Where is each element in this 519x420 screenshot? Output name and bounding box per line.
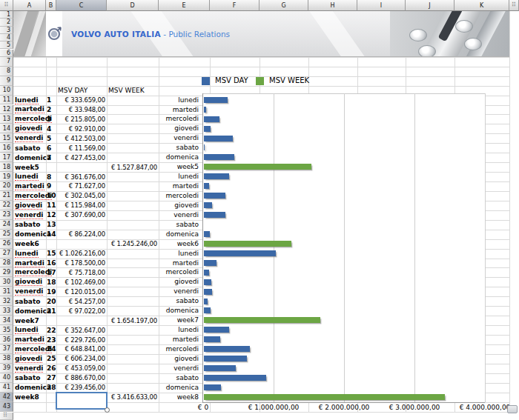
cell-C27[interactable]: € 1.026.216,00	[59, 249, 105, 259]
cell-B16[interactable]: 6	[47, 143, 51, 153]
cell-C32[interactable]: € 54.257,00	[69, 296, 105, 306]
row-header-28[interactable]: 28	[0, 259, 13, 268]
chart-bar-msv-day[interactable]	[204, 260, 216, 266]
chart-bar-msv-day[interactable]	[204, 212, 225, 218]
cell-C16[interactable]: € 11.569,00	[69, 143, 105, 153]
chart-bar-msv-day[interactable]	[204, 250, 276, 256]
row-header-10[interactable]: 10	[0, 86, 13, 96]
row-header-36[interactable]: 36	[0, 335, 13, 344]
volvo-banner-image[interactable]: VOLVO AUTO ITALIA - Public Relations	[13, 11, 509, 57]
row-header-32[interactable]: 32	[0, 296, 13, 306]
cell-C14[interactable]: € 92.910,00	[69, 124, 105, 133]
cell-C37[interactable]: € 648.841,00	[65, 344, 105, 354]
cell-D26[interactable]: € 1.245.246,00	[111, 239, 157, 249]
row-header-39[interactable]: 39	[0, 364, 13, 373]
cell-B12[interactable]: 2	[47, 105, 51, 115]
row-header-31[interactable]: 31	[0, 287, 13, 296]
row-header-40[interactable]: 40	[0, 373, 13, 383]
cell-B37[interactable]: 24	[47, 344, 56, 354]
chart-bar-msv-day[interactable]	[204, 279, 211, 285]
row-header-13[interactable]: 13	[0, 114, 13, 124]
row-header-41[interactable]: 41	[0, 383, 13, 393]
chart-bar-msv-day[interactable]	[204, 375, 266, 381]
cell-C23[interactable]: € 307.690,00	[65, 210, 105, 220]
cell-C11[interactable]: € 333.659,00	[65, 96, 105, 105]
cell-A27[interactable]: lunedi	[15, 249, 39, 259]
cell-C31[interactable]: € 120.015,00	[65, 287, 105, 296]
cell-B20[interactable]: 9	[47, 181, 51, 191]
cell-C41[interactable]: € 239.456,00	[65, 383, 105, 393]
cell-B14[interactable]: 4	[47, 124, 51, 133]
row-header-5[interactable]: 5	[0, 41, 13, 49]
cell-A15[interactable]: venerdi	[15, 133, 43, 143]
cell-A12[interactable]: martedi	[15, 105, 44, 115]
chart-bar-msv-day[interactable]	[204, 116, 219, 122]
chart-bar-msv-day[interactable]	[204, 327, 229, 333]
chart-bar-msv-day[interactable]	[204, 126, 211, 132]
cell-B33[interactable]: 21	[47, 306, 56, 316]
cell-B38[interactable]: 25	[47, 354, 56, 364]
chart-bar-msv-day[interactable]	[204, 346, 250, 352]
row-header-34[interactable]: 34	[0, 316, 13, 325]
cell-C22[interactable]: € 115.984,00	[65, 201, 105, 210]
cell-A24[interactable]: sabato	[15, 220, 40, 230]
cell-B41[interactable]: 28	[47, 383, 56, 393]
cell-B22[interactable]: 11	[47, 201, 56, 210]
column-header-J[interactable]: J	[406, 0, 454, 11]
cell-B27[interactable]: 15	[47, 249, 56, 259]
size-box[interactable]	[507, 405, 518, 413]
cell-C12[interactable]: € 33.948,00	[69, 105, 105, 115]
cell-B36[interactable]: 23	[47, 335, 56, 344]
column-header-K[interactable]: K	[454, 0, 509, 11]
chart-bar-msv-day[interactable]	[204, 336, 220, 342]
chart-bar-msv-week[interactable]	[204, 241, 291, 247]
select-all-corner[interactable]: ⠿	[0, 0, 13, 11]
cell-B24[interactable]: 13	[47, 220, 56, 230]
cell-A23[interactable]: venerdi	[15, 210, 43, 220]
cell-B25[interactable]: 14	[47, 230, 56, 239]
header-grip[interactable]: ⠿	[509, 0, 519, 11]
chart-bar-msv-day[interactable]	[204, 193, 225, 199]
cell-C13[interactable]: € 215.805,00	[65, 114, 105, 124]
chart-bar-msv-day[interactable]	[204, 154, 234, 160]
row-header-17[interactable]: 17	[0, 153, 13, 162]
row-header-16[interactable]: 16	[0, 143, 13, 153]
column-header-B[interactable]: B	[46, 0, 56, 11]
chart-bar-msv-day[interactable]	[204, 289, 212, 295]
cell-C17[interactable]: € 427.453,00	[65, 153, 105, 162]
column-header-F[interactable]: F	[210, 0, 260, 11]
cell-D18[interactable]: € 1.527.847,00	[111, 162, 157, 172]
cell-A14[interactable]: giovedi	[15, 124, 42, 133]
cell-A40[interactable]: sabato	[15, 373, 40, 383]
cell-C10[interactable]: MSV DAY	[58, 86, 87, 96]
row-header-35[interactable]: 35	[0, 325, 13, 335]
cell-A26[interactable]: week6	[15, 239, 39, 249]
chart-bar-msv-day[interactable]	[204, 365, 236, 371]
chart-bar-msv-day[interactable]	[204, 136, 233, 141]
row-header-2[interactable]: 2	[0, 19, 13, 26]
cell-B21[interactable]: 10	[47, 191, 56, 201]
column-header-E[interactable]: E	[159, 0, 210, 11]
cell-A16[interactable]: sabato	[15, 143, 40, 153]
cell-B28[interactable]: 16	[47, 259, 56, 268]
cell-B35[interactable]: 22	[47, 325, 56, 335]
cell-D34[interactable]: € 1.654.197,00	[111, 316, 157, 325]
row-header-24[interactable]: 24	[0, 220, 13, 230]
cell-D42[interactable]: € 3.416.633,00	[111, 393, 157, 402]
cell-A25[interactable]: domenica	[15, 230, 51, 239]
row-header-22[interactable]: 22	[0, 201, 13, 210]
row-header-33[interactable]: 33	[0, 306, 13, 316]
cell-B23[interactable]: 12	[47, 210, 56, 220]
cell-A11[interactable]: lunedi	[15, 96, 39, 105]
chart-bar-msv-week[interactable]	[204, 394, 445, 400]
legend-swatch-msv-week[interactable]	[256, 77, 264, 85]
chart-bar-msv-day[interactable]	[204, 107, 206, 113]
cell-C20[interactable]: € 71.627,00	[69, 181, 105, 191]
cell-A20[interactable]: martedi	[15, 181, 44, 191]
cell-C25[interactable]: € 86.224,00	[69, 230, 105, 239]
row-header-30[interactable]: 30	[0, 277, 13, 287]
legend-swatch-msv-day[interactable]	[202, 77, 210, 85]
row-header-18[interactable]: 18	[0, 162, 13, 172]
column-header-I[interactable]: I	[357, 0, 406, 11]
cell-C30[interactable]: € 102.469,00	[65, 277, 105, 287]
